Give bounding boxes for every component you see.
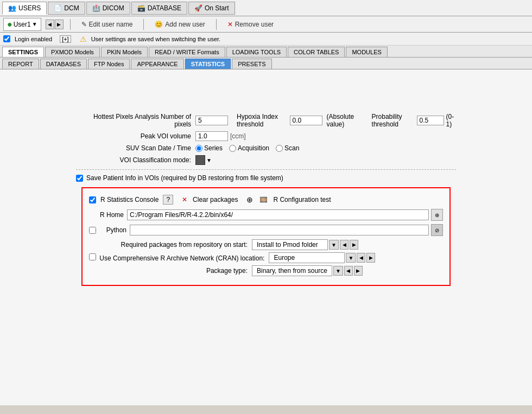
tab-modules[interactable]: MODULES — [346, 47, 387, 57]
remove-user-button[interactable]: ✕ Remove user — [223, 20, 278, 29]
tab-database[interactable]: 🗃️ DATABASE — [131, 2, 187, 15]
radio-scan-input[interactable] — [276, 145, 283, 152]
warning-icon: ⚠ — [80, 35, 87, 43]
python-checkbox[interactable] — [89, 227, 96, 234]
tab-databases-label: DATABASES — [46, 61, 81, 67]
r-home-label: R Home — [89, 211, 127, 219]
users-icon: 👥 — [8, 4, 16, 12]
user-status-icon: ● — [7, 20, 12, 29]
suv-row: SUV Scan Date / Time Series Acquisition … — [76, 144, 456, 152]
package-type-next-button[interactable]: ▶ — [354, 266, 363, 276]
next-user-button[interactable]: ▶ — [55, 20, 64, 29]
top-toolbar: 👥 USERS 📄 DCM 🏥 DICOM 🗃️ DATABASE 🚀 On S… — [0, 0, 532, 16]
hottest-pixels-label: Hottest Pixels Analysis Number of pixels — [76, 113, 195, 128]
req-packages-prev-button[interactable]: ◀ — [340, 240, 349, 250]
tab-pxmod-label: PXMOD Models — [51, 49, 94, 55]
r-config-icon: ⊕ — [246, 195, 253, 204]
dicom-icon: 🏥 — [92, 4, 100, 12]
req-packages-dropdown-button[interactable]: ▼ — [329, 240, 339, 250]
save-patient-checkbox[interactable] — [76, 175, 83, 182]
login-settings-button[interactable]: [+] — [60, 35, 71, 43]
remove-user-label: Remove user — [235, 21, 274, 28]
peak-voi-label: Peak VOI volume — [76, 132, 195, 140]
radio-series[interactable]: Series — [195, 144, 223, 152]
r-stats-box: R Statistics Console ? ✕ Clear packages … — [81, 187, 451, 286]
python-input[interactable] — [130, 225, 429, 235]
hypoxia-label: Hypoxia Index threshold — [237, 113, 288, 128]
r-home-browse-button[interactable]: ⊕ — [431, 209, 443, 221]
add-user-button[interactable]: 😊 Add new user — [150, 20, 209, 29]
probability-range-label: (0-1) — [446, 113, 456, 128]
edit-icon: ✎ — [81, 21, 87, 28]
probability-input[interactable] — [417, 116, 444, 125]
cran-value: Europe — [269, 252, 345, 263]
tab-dcm-label: DCM — [64, 4, 79, 12]
user-selector[interactable]: ● User1 ▼ — [3, 18, 41, 31]
radio-acquisition[interactable]: Acquisition — [229, 144, 269, 152]
tab-read-write[interactable]: READ / WRITE Formats — [149, 47, 225, 57]
hottest-pixels-input[interactable] — [195, 116, 228, 125]
tab-report-label: REPORT — [8, 61, 33, 67]
cran-next-button[interactable]: ▶ — [366, 253, 375, 263]
save-patient-label: Save Patient Info in VOIs (required by D… — [86, 174, 283, 182]
tab-color-tables[interactable]: COLOR TABLES — [288, 47, 345, 57]
package-type-label: Package type: — [89, 267, 252, 275]
r-help-button[interactable]: ? — [163, 195, 173, 205]
tab-databases[interactable]: DATABASES — [40, 59, 87, 69]
tab-database-label: DATABASE — [148, 4, 181, 12]
cran-label: Use Comprehensive R Archive Network (CRA… — [89, 253, 269, 262]
tab-dcm[interactable]: 📄 DCM — [48, 2, 85, 15]
tab-presets-label: PRESETS — [238, 61, 265, 67]
radio-acquisition-input[interactable] — [229, 145, 236, 152]
radio-series-input[interactable] — [195, 145, 202, 152]
voi-mode-dropdown[interactable]: ▼ — [206, 157, 212, 163]
voi-mode-icon — [195, 155, 205, 165]
clear-packages-button[interactable]: Clear packages — [193, 196, 238, 203]
tab-ftp-nodes-label: FTP Nodes — [94, 61, 124, 67]
tab-users-label: USERS — [18, 4, 41, 12]
on-start-icon: 🚀 — [194, 4, 202, 12]
hypoxia-input[interactable] — [290, 116, 322, 125]
tab-loading-tools[interactable]: LOADING TOOLS — [226, 47, 287, 57]
tab-appearance[interactable]: APPEARANCE — [131, 59, 183, 69]
divider1 — [76, 169, 456, 170]
r-config-test-label: R Configuration test — [273, 196, 331, 203]
tab-pxmod-models[interactable]: PXMOD Models — [45, 47, 100, 57]
r-stats-header: R Statistics Console ? ✕ Clear packages … — [89, 195, 443, 205]
tab-ftp-nodes[interactable]: FTP Nodes — [88, 59, 130, 69]
r-config-icon2: 🎞️ — [259, 196, 268, 203]
cran-checkbox[interactable] — [89, 253, 96, 260]
tab-settings[interactable]: SETTINGS — [2, 47, 44, 57]
tab-report[interactable]: REPORT — [2, 59, 39, 69]
package-type-dropdown-button[interactable]: ▼ — [333, 266, 343, 276]
cran-prev-button[interactable]: ◀ — [357, 253, 365, 263]
cran-dropdown-button[interactable]: ▼ — [346, 253, 356, 263]
python-browse-button[interactable]: ⊘ — [431, 224, 443, 236]
tab-dicom-label: DICOM — [103, 4, 124, 12]
tab-users[interactable]: 👥 USERS — [2, 2, 47, 15]
req-packages-combo: Install to Pmod folder ▼ ◀ ▶ — [252, 239, 358, 250]
tab-dicom[interactable]: 🏥 DICOM — [86, 2, 130, 15]
radio-scan[interactable]: Scan — [276, 144, 299, 152]
tab-pkin-models[interactable]: PKIN Models — [101, 47, 148, 57]
r-home-input[interactable] — [127, 209, 429, 220]
voi-class-label: VOI Classification mode: — [76, 156, 195, 164]
peak-voi-input[interactable] — [195, 131, 228, 141]
statistics-form: Hottest Pixels Analysis Number of pixels… — [76, 113, 456, 286]
edit-username-button[interactable]: ✎ Edit user name — [77, 20, 137, 29]
r-stats-label: R Statistics Console — [100, 196, 159, 203]
tab-presets[interactable]: PRESETS — [232, 59, 271, 69]
prev-user-button[interactable]: ◀ — [46, 20, 54, 29]
tab-statistics[interactable]: STATISTICS — [185, 59, 231, 69]
tab-on-start[interactable]: 🚀 On Start — [188, 2, 235, 15]
user-toolbar: ● User1 ▼ ◀ ▶ ✎ Edit user name 😊 Add new… — [0, 16, 532, 33]
req-packages-next-button[interactable]: ▶ — [350, 240, 358, 250]
login-enabled-checkbox[interactable] — [3, 35, 10, 42]
dcm-icon: 📄 — [54, 4, 62, 12]
package-type-prev-button[interactable]: ◀ — [344, 266, 353, 276]
r-stats-checkbox[interactable] — [89, 196, 96, 203]
probability-label: Probability threshold — [372, 113, 415, 128]
radio-scan-label: Scan — [284, 144, 299, 152]
package-type-row: Package type: Binary, then from source ▼… — [89, 265, 443, 276]
clear-x-icon: ✕ — [182, 196, 187, 203]
